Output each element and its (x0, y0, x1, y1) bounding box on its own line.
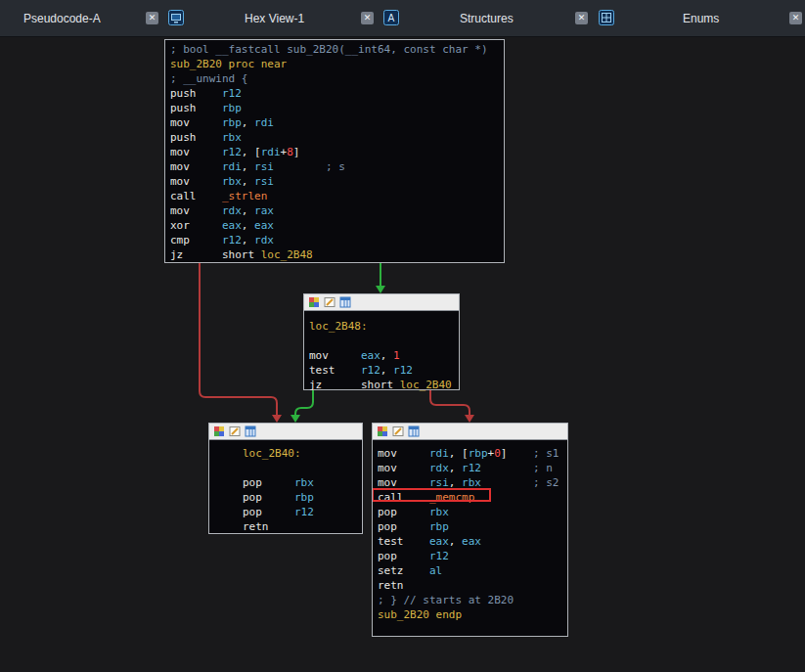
tab-enums[interactable]: Enums (683, 12, 719, 25)
code-line[interactable]: loc_2B40: (243, 446, 357, 461)
code-line[interactable]: retn (378, 578, 562, 593)
code-line[interactable]: pop rbx (378, 505, 562, 519)
code-line[interactable]: mov rbx, rsi (170, 174, 499, 189)
node-group-icon[interactable] (245, 426, 256, 437)
code-line[interactable]: sub_2B20 proc near (170, 57, 499, 71)
svg-text:A: A (388, 13, 395, 23)
arrowhead-green (376, 286, 385, 293)
code-line[interactable]: mov rdx, r12 ; n (378, 461, 562, 475)
node-edit-icon[interactable] (229, 426, 241, 437)
code-line[interactable]: pop r12 (378, 549, 562, 563)
code-line[interactable]: pop rbp (243, 490, 357, 505)
node-header[interactable] (373, 424, 567, 440)
code-line[interactable]: call _memcmp (378, 490, 562, 505)
code-line[interactable]: pop rbx (243, 475, 357, 490)
code-line[interactable]: mov rdi, rsi ; s (170, 159, 499, 174)
tab-structures[interactable]: Structures (460, 12, 514, 25)
code-line[interactable]: mov r12, [rdi+8] (170, 145, 499, 159)
code-line[interactable]: pop r12 (243, 505, 357, 519)
code-line[interactable]: push rbx (170, 130, 499, 145)
code-line[interactable] (309, 334, 454, 348)
code-line[interactable]: test r12, r12 (309, 363, 454, 378)
node-header[interactable] (209, 424, 362, 440)
node-edit-icon[interactable] (392, 426, 404, 437)
code-line[interactable] (243, 461, 357, 475)
code-line[interactable]: sub_2B20 endp (378, 607, 562, 622)
code-line[interactable]: xor eax, eax (170, 218, 499, 233)
node-header[interactable] (304, 294, 459, 311)
code-line[interactable]: push rbp (170, 101, 499, 115)
node-color-icon[interactable] (377, 426, 388, 437)
basic-block-loc_2B40[interactable]: loc_2B40: pop rbxpop rbppop r12retn (208, 423, 363, 534)
code-line[interactable]: setz al (378, 563, 562, 578)
close-tab-icon[interactable]: ✕ (575, 12, 588, 24)
code-line[interactable]: push r12 (170, 86, 499, 101)
code-line[interactable]: cmp r12, rdx (170, 233, 499, 247)
code-line[interactable]: mov rsi, rbx ; s2 (378, 475, 562, 490)
code-line[interactable]: jz short loc_2B40 (309, 378, 454, 392)
node-color-icon[interactable] (213, 426, 225, 437)
node-edit-icon[interactable] (324, 296, 335, 308)
tab-bar: Pseudocode-A ✕ Hex View-1 ✕ A Structures… (0, 0, 805, 37)
node-group-icon[interactable] (408, 426, 420, 437)
arrowhead-red (272, 415, 282, 423)
code-line[interactable]: mov rbp, rdi (170, 115, 499, 130)
pseudocode-view-icon[interactable] (168, 10, 184, 25)
code-line[interactable]: ; __unwind { (170, 71, 499, 86)
arrowhead-red (465, 415, 474, 423)
node-group-icon[interactable] (339, 296, 351, 308)
basic-block-loc_2B48[interactable]: loc_2B48: mov eax, 1test r12, r12jz shor… (303, 293, 460, 390)
basic-block-return[interactable]: mov rdi, [rbp+0] ; s1mov rdx, r12 ; nmov… (372, 423, 568, 637)
arrowhead-green (291, 415, 300, 423)
basic-block-entry[interactable]: ; bool __fastcall sub_2B20(__int64, cons… (164, 39, 505, 263)
code-line[interactable]: ; bool __fastcall sub_2B20(__int64, cons… (170, 42, 499, 57)
code-line[interactable]: retn (243, 519, 357, 534)
code-line[interactable]: jz short loc_2B48 (170, 247, 499, 262)
hex-view-icon[interactable]: A (383, 10, 399, 25)
code-line[interactable]: ; } // starts at 2B20 (378, 593, 562, 607)
close-tab-icon[interactable]: ✕ (789, 12, 802, 24)
close-tab-icon[interactable]: ✕ (146, 12, 158, 24)
code-line[interactable]: mov eax, 1 (309, 348, 454, 363)
code-line[interactable]: loc_2B48: (309, 319, 454, 334)
tab-hex-view-1[interactable]: Hex View-1 (245, 12, 304, 25)
code-line[interactable]: call _strlen (170, 189, 499, 203)
edge-entry-to-loc2B40 (200, 262, 277, 416)
structures-view-icon[interactable] (599, 10, 614, 25)
code-line[interactable]: mov rdi, [rbp+0] ; s1 (378, 446, 562, 461)
tab-pseudocode-a[interactable]: Pseudocode-A (23, 12, 101, 25)
code-line[interactable]: pop rbp (378, 519, 562, 534)
close-tab-icon[interactable]: ✕ (361, 12, 374, 24)
code-line[interactable]: test eax, eax (378, 534, 562, 549)
node-color-icon[interactable] (308, 296, 320, 308)
graph-view[interactable]: ; bool __fastcall sub_2B20(__int64, cons… (0, 0, 805, 672)
code-line[interactable]: mov rdx, rax (170, 203, 499, 218)
